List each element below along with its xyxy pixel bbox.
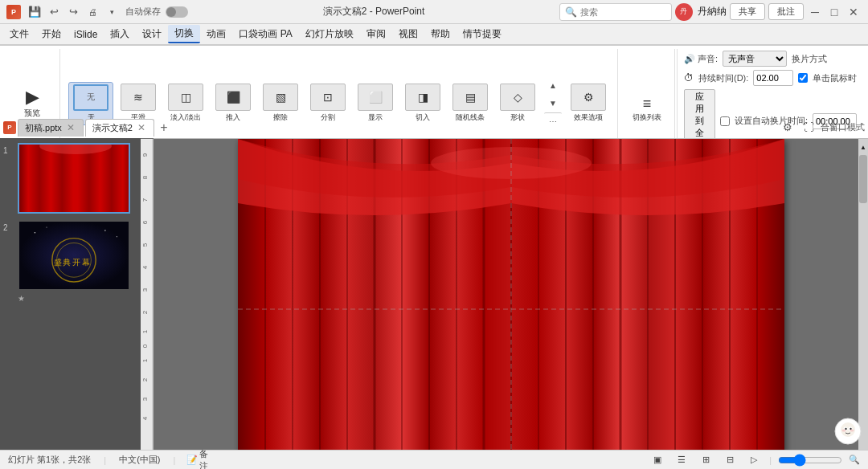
tab-draft[interactable]: 初稿.pptx ✕ <box>18 119 84 137</box>
sound-select[interactable]: 无声音 <box>723 51 787 67</box>
menu-islide[interactable]: iSlide <box>68 27 104 42</box>
menu-review[interactable]: 审阅 <box>360 26 392 43</box>
transition-random-lines[interactable]: ▤ 随机线条 <box>448 82 493 125</box>
menu-transitions[interactable]: 切换 <box>168 25 200 43</box>
print-button[interactable]: 🖨 <box>84 3 101 21</box>
view-reading-button[interactable]: ⊟ <box>721 451 739 469</box>
svg-point-93 <box>845 428 846 430</box>
duration-input[interactable] <box>753 70 793 86</box>
search-input[interactable] <box>580 7 666 17</box>
slide2-svg: 盛 典 开 幕 <box>19 222 129 289</box>
statusbar-right: ▣ ☰ ⊞ ⊟ ▷ | 🔍 <box>649 451 860 469</box>
menu-insert[interactable]: 插入 <box>104 26 136 43</box>
slide-thumb-1[interactable] <box>18 143 130 214</box>
transition-split[interactable]: ⊡ 分割 <box>305 82 350 125</box>
add-tab-button[interactable]: + <box>156 120 172 136</box>
statusbar-left: 幻灯片 第1张，共2张 | 中文(中国) | 📝 备注 <box>8 451 206 469</box>
window-title: 演示文稿2 - PowerPoint <box>323 5 425 18</box>
curtain-svg <box>238 139 784 450</box>
titlebar-right: 🔍 丹 丹納纳 共享 批注 ─ □ ✕ <box>559 3 862 21</box>
autosave-toggle[interactable] <box>166 6 188 18</box>
fullscreen-button[interactable]: ⛶ <box>800 119 817 137</box>
status-separator2: | <box>173 455 175 465</box>
menu-storyboard[interactable]: 情节提要 <box>457 26 508 43</box>
effect-options-button[interactable]: ⚙ 效果选项 <box>566 82 611 125</box>
view-slide-sorter-button[interactable]: ⊞ <box>697 451 714 469</box>
slide-2-star: ★ <box>18 294 25 303</box>
more-quick-access[interactable]: ▾ <box>103 3 121 21</box>
ribbon: ▶ 预览 预览 无 无 ≋ <box>0 45 868 117</box>
settings-icon[interactable]: ⚙ <box>779 119 796 137</box>
notes-button[interactable]: 📝 备注 <box>188 451 206 469</box>
slide-panel: 1 <box>0 138 141 450</box>
view-normal-button[interactable]: ▣ <box>649 451 666 469</box>
canvas-main[interactable]: ▲ ▼ <box>154 139 868 450</box>
statusbar: 幻灯片 第1张，共2张 | 中文(中国) | 📝 备注 ▣ ☰ ⊞ ⊟ ▷ | … <box>0 450 868 469</box>
menu-design[interactable]: 设计 <box>136 26 168 43</box>
minimize-button[interactable]: ─ <box>807 4 823 20</box>
svg-text:2: 2 <box>141 310 149 314</box>
click-advance-checkbox[interactable] <box>798 73 808 83</box>
switch-method-label: 换片方式 <box>792 53 827 65</box>
switch-list-button[interactable]: ≡ 切换列表 <box>626 88 668 131</box>
zoom-slider[interactable] <box>778 454 842 467</box>
transition-show[interactable]: ⬜ 显示 <box>353 82 398 125</box>
menu-view[interactable]: 视图 <box>392 26 424 43</box>
transition-shape[interactable]: ◇ 形状 <box>495 82 540 125</box>
tab-pres2-close[interactable]: ✕ <box>136 122 147 133</box>
scrollbar-vertical[interactable]: ▲ ▼ <box>858 139 868 450</box>
effect-options-icon: ⚙ <box>571 84 606 111</box>
slide-thumb-2-bg: 盛 典 开 幕 <box>19 222 129 289</box>
slide-thumb-2[interactable]: 盛 典 开 幕 <box>18 220 130 291</box>
view-options: ⚙ ⛶ 合窗口模式 <box>779 119 865 137</box>
svg-text:1: 1 <box>141 358 149 362</box>
view-slideshow-button[interactable]: ▷ <box>745 451 763 469</box>
undo-button[interactable]: ↩ <box>45 3 63 21</box>
menu-help[interactable]: 帮助 <box>424 26 457 43</box>
transitions-more-down[interactable]: ▼ <box>544 95 562 112</box>
menu-slideshow[interactable]: 幻灯片放映 <box>299 26 360 43</box>
transitions-more-all[interactable]: ⋯ <box>544 112 562 130</box>
maximize-button[interactable]: □ <box>826 4 842 20</box>
menu-animations[interactable]: 动画 <box>200 26 232 43</box>
search-icon: 🔍 <box>565 6 577 18</box>
slide-item-2[interactable]: 2 <box>3 220 137 303</box>
svg-point-14 <box>117 236 117 237</box>
redo-button[interactable]: ↪ <box>64 3 82 21</box>
svg-text:3: 3 <box>141 288 149 292</box>
autosave-label: 自动保存 <box>125 6 161 18</box>
scroll-up-button[interactable]: ▲ <box>858 139 868 155</box>
transition-wipe[interactable]: ▧ 擦除 <box>258 82 303 125</box>
transition-show-icon: ⬜ <box>358 84 393 111</box>
close-button[interactable]: ✕ <box>845 4 862 20</box>
user-avatar: 丹 <box>675 3 693 21</box>
svg-text:1: 1 <box>141 329 149 333</box>
scroll-thumb-v[interactable] <box>859 155 867 203</box>
transitions-more-up[interactable]: ▲ <box>544 77 562 95</box>
share-comment: 共享 批注 <box>730 3 804 20</box>
slide-info: 幻灯片 第1张，共2张 <box>8 454 91 466</box>
menu-file[interactable]: 文件 <box>3 26 35 43</box>
transition-cut[interactable]: ◨ 切入 <box>400 82 445 125</box>
share-button[interactable]: 共享 <box>730 3 765 20</box>
view-outline-button[interactable]: ☰ <box>673 451 690 469</box>
user-area: 丹 丹納纳 <box>675 3 727 21</box>
auto-advance-checkbox[interactable] <box>720 116 730 126</box>
transition-wipe-icon: ▧ <box>263 84 298 111</box>
zoom-fit-button[interactable]: 🔍 <box>849 455 860 465</box>
transition-fade[interactable]: ◫ 淡入/淡出 <box>163 82 208 125</box>
comment-button[interactable]: 批注 <box>768 3 804 20</box>
search-box[interactable]: 🔍 <box>559 3 672 21</box>
menu-home[interactable]: 开始 <box>35 26 68 43</box>
tab-presentation2[interactable]: 演示文稿2 ✕ <box>85 119 154 137</box>
transition-none-icon: 无 <box>73 84 108 111</box>
transition-fade-icon: ◫ <box>168 84 203 111</box>
menu-pocket-animation[interactable]: 口袋动画 PA <box>232 26 298 43</box>
save-button[interactable]: 💾 <box>26 3 43 21</box>
transition-push[interactable]: ⬛ 推入 <box>211 82 256 125</box>
slide-item-1[interactable]: 1 <box>3 143 137 214</box>
slide-canvas <box>238 139 784 450</box>
tab-draft-close[interactable]: ✕ <box>65 122 76 133</box>
svg-text:5: 5 <box>141 243 149 247</box>
svg-text:0: 0 <box>141 344 149 348</box>
